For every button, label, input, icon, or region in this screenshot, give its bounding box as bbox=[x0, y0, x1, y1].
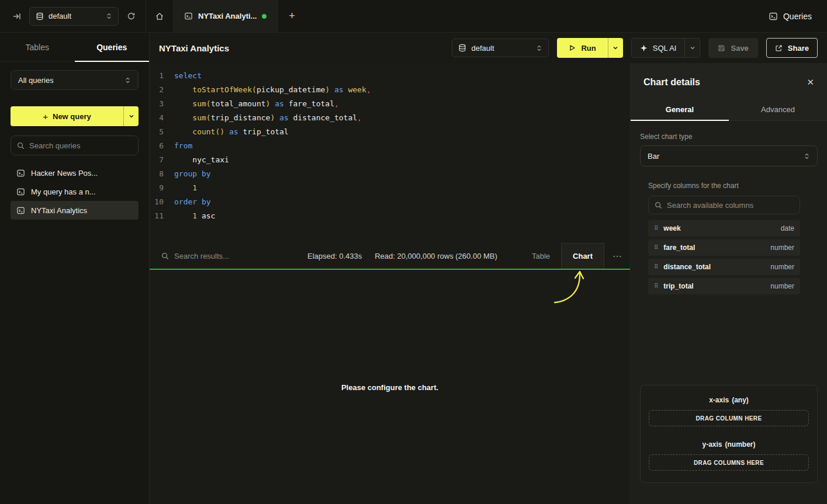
database-selector[interactable]: default bbox=[29, 7, 119, 26]
header-actions: default Run bbox=[452, 38, 818, 58]
query-icon bbox=[16, 206, 25, 215]
tab-general[interactable]: General bbox=[631, 98, 729, 120]
share-button[interactable]: Share bbox=[766, 38, 818, 58]
chart-type-select[interactable]: Bar bbox=[640, 145, 818, 166]
line-number: 2 bbox=[150, 83, 164, 97]
code-line: from bbox=[174, 139, 630, 153]
chevron-down-icon bbox=[129, 113, 134, 119]
query-item-label: My query has a n... bbox=[31, 187, 96, 196]
body-row: Tables Queries All queries + New query bbox=[0, 33, 827, 504]
plus-icon: + bbox=[43, 112, 48, 121]
chevron-up-down-icon bbox=[124, 77, 131, 84]
y-axis-dropzone[interactable]: DRAG COLUMNS HERE bbox=[649, 454, 809, 471]
query-list-item[interactable]: My query has a n... bbox=[11, 182, 139, 201]
configure-chart-message: Please configure the chart. bbox=[341, 383, 438, 391]
run-label: Run bbox=[581, 44, 596, 53]
search-icon bbox=[161, 252, 169, 260]
save-label: Save bbox=[731, 44, 748, 53]
sidebar-tab-tables[interactable]: Tables bbox=[0, 33, 75, 61]
y-axis-constraint: (number) bbox=[725, 440, 756, 449]
chevron-up-down-icon bbox=[106, 13, 112, 19]
run-options-button[interactable] bbox=[608, 38, 623, 58]
sql-ai-split-button: SQL AI bbox=[631, 38, 701, 58]
line-number: 5 bbox=[150, 125, 164, 139]
page-title: NYTaxi Analytics bbox=[159, 43, 229, 53]
results-search-input[interactable] bbox=[174, 252, 295, 260]
query-icon bbox=[16, 187, 25, 196]
play-icon bbox=[569, 44, 576, 51]
columns-search-input[interactable] bbox=[667, 201, 794, 210]
column-row[interactable]: ⠿distance_totalnumber bbox=[648, 259, 800, 275]
query-icon bbox=[184, 12, 193, 20]
column-name: fare_total bbox=[663, 244, 695, 252]
save-button[interactable]: Save bbox=[708, 38, 757, 58]
query-item-label: NYTaxi Analytics bbox=[31, 206, 87, 215]
line-number: 1 bbox=[150, 69, 164, 83]
query-search-input[interactable] bbox=[29, 141, 132, 150]
x-axis-dropzone[interactable]: DRAG COLUMN HERE bbox=[649, 410, 809, 426]
unsaved-changes-dot bbox=[262, 14, 267, 19]
query-list-item[interactable]: NYTaxi Analytics bbox=[11, 201, 139, 220]
code-line: group by bbox=[174, 167, 630, 181]
sidebar: Tables Queries All queries + New query bbox=[0, 33, 150, 504]
new-query-split-button: + New query bbox=[11, 106, 139, 126]
drag-handle-icon: ⠿ bbox=[654, 225, 658, 231]
column-row[interactable]: ⠿weekdate bbox=[648, 220, 800, 237]
collapse-sidebar-icon[interactable] bbox=[9, 9, 25, 24]
sidebar-tab-queries[interactable]: Queries bbox=[75, 33, 150, 61]
run-database-value: default bbox=[471, 44, 494, 53]
new-query-dropdown-button[interactable] bbox=[123, 106, 139, 126]
columns-section-label: Specify columns for the chart bbox=[648, 182, 818, 190]
x-axis-name: x-axis bbox=[709, 396, 729, 404]
run-split-button: Run bbox=[557, 38, 622, 58]
new-query-button[interactable]: + New query bbox=[11, 106, 123, 126]
sidebar-body: All queries + New query bbox=[0, 62, 149, 228]
query-filter-select[interactable]: All queries bbox=[11, 70, 139, 90]
topbar: default NYTaxi Analyti... + bbox=[0, 0, 827, 33]
chart-panel-tabs: General Advanced bbox=[631, 98, 827, 121]
sql-ai-button[interactable]: SQL AI bbox=[632, 39, 685, 57]
tab-table[interactable]: Table bbox=[521, 243, 561, 269]
new-query-label: New query bbox=[53, 112, 91, 121]
columns-section: Specify columns for the chart ⠿weekdate⠿… bbox=[648, 182, 818, 297]
sql-editor[interactable]: 1234567891011 select toStartOfWeek(picku… bbox=[150, 63, 630, 243]
column-row[interactable]: ⠿trip_totalnumber bbox=[648, 278, 800, 294]
refresh-icon[interactable] bbox=[123, 9, 139, 24]
chevron-up-down-icon bbox=[804, 153, 810, 159]
run-button[interactable]: Run bbox=[557, 38, 607, 58]
new-tab-button[interactable]: + bbox=[278, 0, 306, 32]
editor-line-numbers: 1234567891011 bbox=[150, 69, 171, 243]
columns-search bbox=[648, 196, 800, 214]
tab-advanced[interactable]: Advanced bbox=[729, 98, 827, 120]
editor-results-column: 1234567891011 select toStartOfWeek(picku… bbox=[150, 63, 630, 504]
queries-icon bbox=[769, 12, 778, 21]
results-more-options[interactable]: ⋯ bbox=[604, 243, 630, 269]
run-database-selector[interactable]: default bbox=[452, 39, 549, 57]
query-item-label: Hacker News Pos... bbox=[31, 169, 98, 178]
line-number: 3 bbox=[150, 97, 164, 111]
share-icon bbox=[775, 44, 783, 52]
line-number: 11 bbox=[150, 209, 164, 223]
drag-handle-icon: ⠿ bbox=[654, 245, 658, 251]
tab-strip: NYTaxi Analyti... + bbox=[146, 0, 306, 32]
close-icon[interactable]: ✕ bbox=[807, 77, 814, 88]
column-name: distance_total bbox=[663, 263, 711, 271]
line-number: 9 bbox=[150, 181, 164, 195]
tab-chart[interactable]: Chart bbox=[561, 243, 604, 269]
chart-panel-body: Select chart type Bar Specify columns fo… bbox=[631, 121, 827, 504]
query-tab-active[interactable]: NYTaxi Analyti... bbox=[173, 0, 278, 32]
queries-menu-button[interactable]: Queries bbox=[769, 0, 827, 32]
query-list-item[interactable]: Hacker News Pos... bbox=[11, 164, 139, 182]
home-tab[interactable] bbox=[146, 0, 173, 32]
chevron-down-icon bbox=[613, 45, 618, 51]
query-icon bbox=[16, 169, 25, 178]
read-rows-stat: Read: 20,000,000 rows (260.00 MB) bbox=[375, 243, 497, 269]
sql-ai-dropdown-button[interactable] bbox=[684, 39, 700, 57]
results-search bbox=[161, 243, 295, 269]
results-toolbar: Elapsed: 0.433s Read: 20,000,000 rows (2… bbox=[150, 243, 630, 270]
results-view-tabs: Table Chart bbox=[521, 243, 604, 269]
tab-title: NYTaxi Analyti... bbox=[198, 12, 257, 20]
code-line: sum(trip_distance) as distance_total, bbox=[174, 111, 630, 125]
drag-handle-icon: ⠿ bbox=[654, 283, 658, 289]
column-row[interactable]: ⠿fare_totalnumber bbox=[648, 239, 800, 256]
